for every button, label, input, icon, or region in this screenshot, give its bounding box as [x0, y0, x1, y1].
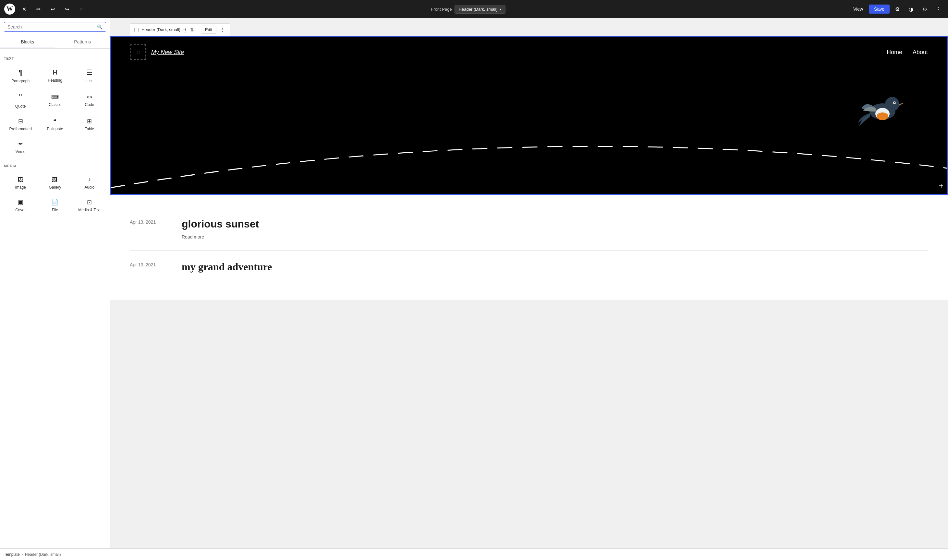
media-section-label: MEDIA	[4, 164, 106, 168]
hero-nav: ⬚ My New Site Home About	[111, 37, 947, 68]
image-label: Image	[15, 185, 26, 189]
block-code[interactable]: <> Code	[73, 88, 106, 112]
search-input[interactable]	[8, 24, 94, 29]
search-input-wrap: 🔍	[4, 22, 106, 32]
header-block-label: Header (Dark, small)	[142, 27, 181, 32]
bottom-bar: Template › Header (Dark, small)	[0, 548, 948, 560]
block-gallery[interactable]: 🖼 Gallery	[38, 172, 71, 193]
preformatted-label: Preformatted	[9, 127, 31, 131]
audio-icon: ♪	[88, 177, 91, 183]
audio-label: Audio	[84, 185, 94, 189]
sidebar: 🔍 Blocks Patterns TEXT ¶ Paragraph H Hea…	[0, 18, 110, 560]
top-bar-right: View Save ⚙ ◑ ⊙ ⋮	[849, 3, 944, 15]
save-button[interactable]: Save	[869, 5, 889, 14]
block-table[interactable]: ⊞ Table	[73, 114, 106, 135]
block-verse[interactable]: ✒ Verse	[4, 136, 37, 157]
verse-label: Verse	[15, 149, 26, 154]
header-block-toolbar: ⬚ Header (Dark, small) ⣿ ⇅ Edit ⋮	[130, 23, 230, 36]
canvas-area: ⬚ Header (Dark, small) ⣿ ⇅ Edit ⋮ ⬚ My N…	[110, 18, 948, 560]
table-icon: ⊞	[87, 118, 92, 124]
breadcrumb-template[interactable]: Template	[4, 552, 20, 557]
block-image[interactable]: 🖼 Image	[4, 172, 37, 193]
help-button[interactable]: ⊙	[919, 3, 931, 15]
top-bar: W ✕ ✏ ↩ ↪ ≡ Front Page Header (Dark, sma…	[0, 0, 948, 18]
search-icon: 🔍	[97, 24, 102, 29]
wp-logo: W	[4, 3, 15, 15]
verse-icon: ✒	[18, 141, 23, 147]
undo-button[interactable]: ↩	[47, 3, 59, 15]
block-media-text[interactable]: ⊡ Media & Text	[73, 194, 106, 216]
move-block-button[interactable]: ⇅	[189, 26, 195, 33]
paragraph-label: Paragraph	[11, 79, 29, 83]
post-content-0: glorious sunset Read more	[182, 218, 928, 240]
pullquote-label: Pullquote	[47, 127, 63, 131]
code-label: Code	[85, 102, 94, 107]
theme-button[interactable]: ◑	[905, 3, 917, 15]
svg-point-4	[877, 112, 888, 120]
block-pullquote[interactable]: ❝ Pullquote	[38, 114, 71, 135]
breadcrumb-separator: ›	[22, 552, 23, 557]
nav-about[interactable]: About	[912, 49, 928, 56]
post-date-0: Apr 13, 2021	[130, 218, 169, 240]
more-options-button[interactable]: ⋮	[219, 26, 226, 33]
block-quote[interactable]: " Quote	[4, 88, 37, 112]
table-label: Table	[85, 127, 94, 131]
edit-button[interactable]: ✏	[32, 3, 44, 15]
settings-button[interactable]: ⚙	[892, 3, 903, 15]
tab-patterns[interactable]: Patterns	[55, 36, 110, 48]
tab-blocks[interactable]: Blocks	[0, 36, 55, 48]
cover-icon: ▣	[18, 199, 23, 205]
view-button[interactable]: View	[849, 5, 867, 14]
block-file[interactable]: 📄 File	[38, 194, 71, 216]
block-paragraph[interactable]: ¶ Paragraph	[4, 64, 37, 87]
file-icon: 📄	[51, 199, 59, 205]
post-title-0: glorious sunset	[182, 218, 928, 230]
post-entry-1: Apr 13, 2021 my grand adventure	[130, 251, 928, 287]
list-view-button[interactable]: ≡	[75, 3, 87, 15]
close-button[interactable]: ✕	[18, 3, 30, 15]
post-date-1: Apr 13, 2021	[130, 261, 169, 277]
breadcrumb-header[interactable]: Header (Dark, small)	[25, 552, 61, 557]
layout: 🔍 Blocks Patterns TEXT ¶ Paragraph H Hea…	[0, 0, 948, 560]
block-audio[interactable]: ♪ Audio	[73, 172, 106, 193]
drag-handle-icon[interactable]: ⣿	[183, 27, 186, 32]
gallery-label: Gallery	[49, 185, 61, 189]
block-cover[interactable]: ▣ Cover	[4, 194, 37, 216]
block-preformatted[interactable]: ⊟ Preformatted	[4, 114, 37, 135]
media-text-label: Media & Text	[78, 208, 100, 212]
more-button[interactable]: ⋮	[933, 3, 944, 15]
block-classic[interactable]: ⌨ Classic	[38, 88, 71, 112]
template-breadcrumb-button[interactable]: Header (Dark, small) ▾	[454, 5, 505, 14]
page-canvas: ⬚ My New Site Home About	[110, 36, 948, 300]
svg-text:W: W	[6, 5, 13, 12]
breadcrumb-label: Header (Dark, small)	[459, 7, 498, 12]
classic-icon: ⌨	[51, 95, 59, 100]
hero-section: ⬚ My New Site Home About	[110, 36, 948, 195]
redo-button[interactable]: ↪	[61, 3, 73, 15]
add-block-button[interactable]: +	[939, 181, 943, 190]
dashed-arc	[111, 129, 947, 194]
block-heading[interactable]: H Heading	[38, 64, 71, 87]
cover-label: Cover	[15, 208, 26, 212]
block-list[interactable]: ☰ List	[73, 64, 106, 87]
quote-label: Quote	[15, 104, 26, 109]
edit-button[interactable]: Edit	[201, 26, 216, 34]
site-title: My New Site	[151, 49, 184, 56]
gallery-icon: 🖼	[52, 177, 58, 183]
nav-home[interactable]: Home	[887, 49, 902, 56]
file-label: File	[52, 208, 58, 212]
pullquote-icon: ❝	[53, 118, 56, 124]
read-more-0[interactable]: Read more	[182, 234, 204, 240]
preformatted-icon: ⊟	[18, 118, 23, 124]
heading-icon: H	[53, 70, 57, 75]
classic-label: Classic	[49, 102, 61, 107]
header-block-icon: ⬚	[134, 26, 139, 33]
media-block-grid: 🖼 Image 🖼 Gallery ♪ Audio ▣ Cover	[4, 172, 106, 216]
logo-placeholder: ⬚	[137, 51, 140, 54]
search-bar: 🔍	[0, 18, 110, 36]
chevron-down-icon: ▾	[500, 8, 501, 11]
text-section-label: TEXT	[4, 56, 106, 60]
site-logo-area: ⬚	[130, 45, 146, 60]
svg-point-5	[885, 97, 899, 111]
posts-section: Apr 13, 2021 glorious sunset Read more A…	[110, 195, 948, 300]
